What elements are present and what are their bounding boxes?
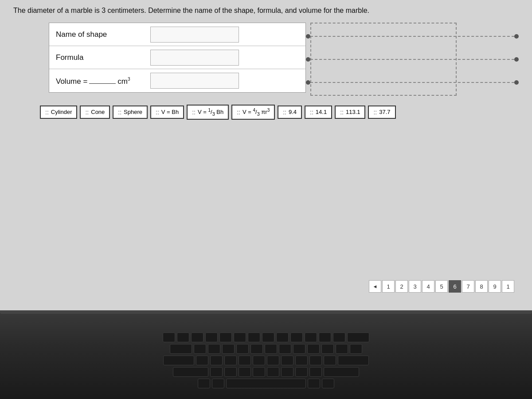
page-1[interactable]: 1: [382, 280, 395, 293]
key[interactable]: [276, 332, 289, 342]
formula-row: Formula: [49, 46, 305, 69]
key[interactable]: [208, 344, 220, 354]
key[interactable]: [350, 344, 362, 354]
key[interactable]: [262, 332, 274, 342]
key[interactable]: [194, 344, 206, 354]
key[interactable]: [295, 367, 308, 377]
formula-label: Formula: [49, 50, 147, 66]
btn-14-1[interactable]: :: 14.1: [305, 106, 332, 119]
volume-answer-box[interactable]: [150, 73, 239, 89]
page-4[interactable]: 4: [422, 280, 434, 293]
key[interactable]: [210, 356, 223, 365]
key-shift-r[interactable]: [324, 367, 359, 377]
key-ctrl-r[interactable]: [322, 379, 334, 388]
key-row-3: [163, 356, 369, 365]
page-3[interactable]: 3: [409, 280, 421, 293]
page-5[interactable]: 5: [435, 280, 448, 293]
page-10[interactable]: 1: [502, 280, 514, 293]
key[interactable]: [239, 367, 251, 377]
key-caps[interactable]: [163, 356, 194, 365]
key[interactable]: [234, 332, 246, 342]
page-2[interactable]: 2: [395, 280, 408, 293]
key-enter[interactable]: [338, 356, 369, 365]
key[interactable]: [236, 344, 249, 354]
key[interactable]: [336, 344, 348, 354]
key[interactable]: [253, 356, 265, 365]
page-9[interactable]: 9: [489, 280, 501, 293]
key[interactable]: [324, 356, 336, 365]
volume-label-cell: Volume = cm3: [49, 72, 147, 90]
volume-blank: [89, 76, 116, 84]
volume-prefix: Volume =: [56, 77, 87, 86]
key[interactable]: [224, 367, 237, 377]
key[interactable]: [319, 332, 331, 342]
name-of-shape-label: Name of shape: [49, 27, 147, 43]
btn-v-bh[interactable]: :: V = Bh: [150, 106, 184, 119]
key[interactable]: [205, 332, 218, 342]
key-alt-r[interactable]: [308, 379, 320, 388]
instruction-text: The diameter of a marble is 3 centimeter…: [13, 7, 519, 15]
key-ctrl[interactable]: [198, 379, 210, 388]
key[interactable]: [210, 367, 223, 377]
key[interactable]: [295, 356, 308, 365]
key[interactable]: [267, 367, 279, 377]
key[interactable]: [219, 332, 232, 342]
page-7[interactable]: 7: [462, 280, 474, 293]
key[interactable]: [333, 332, 345, 342]
key[interactable]: [196, 356, 208, 365]
key-shift-l[interactable]: [173, 367, 208, 377]
btn-v-1-3-bh[interactable]: :: V = 1/3 Bh: [187, 105, 229, 120]
btn-v-4-3-pi-r3[interactable]: :: V = 4/3 πr3: [231, 105, 275, 120]
key[interactable]: [239, 356, 251, 365]
volume-unit: cm3: [117, 77, 130, 86]
key[interactable]: [293, 344, 305, 354]
btn-sphere[interactable]: :: Sphere: [113, 106, 148, 119]
key[interactable]: [267, 356, 279, 365]
key[interactable]: [177, 332, 189, 342]
key[interactable]: [163, 332, 175, 342]
drag-buttons-row: :: Cylinder :: Cone :: Sphere :: V = Bh …: [40, 105, 519, 120]
key[interactable]: [250, 344, 263, 354]
key[interactable]: [321, 344, 334, 354]
page-8[interactable]: 8: [475, 280, 488, 293]
key[interactable]: [290, 332, 303, 342]
key-row-5: [198, 379, 334, 388]
key[interactable]: [222, 344, 235, 354]
name-of-shape-input-cell: [147, 25, 305, 44]
key[interactable]: [281, 367, 293, 377]
key-row-1: [163, 332, 369, 342]
key[interactable]: [248, 332, 260, 342]
key-backspace[interactable]: [347, 332, 369, 342]
key-space[interactable]: [226, 379, 306, 388]
key[interactable]: [253, 367, 265, 377]
key[interactable]: [279, 344, 291, 354]
laptop-bottom: [0, 310, 532, 399]
formula-input-cell: [147, 48, 305, 67]
answer-table: Name of shape Formula: [49, 23, 306, 93]
key-row-4: [173, 367, 359, 377]
btn-9-4[interactable]: :: 9.4: [278, 106, 302, 119]
key[interactable]: [307, 344, 320, 354]
key[interactable]: [305, 332, 317, 342]
page-6[interactable]: 6: [449, 280, 461, 293]
volume-input-cell: [147, 71, 305, 90]
btn-cone[interactable]: :: Cone: [80, 106, 110, 119]
key[interactable]: [265, 344, 277, 354]
key-row-2: [170, 344, 362, 354]
btn-cylinder[interactable]: :: Cylinder: [40, 106, 77, 119]
key[interactable]: [309, 356, 322, 365]
btn-113-1[interactable]: :: 113.1: [335, 106, 365, 119]
key[interactable]: [309, 367, 322, 377]
keyboard: [0, 328, 532, 399]
pagination: ◄ 1 2 3 4 5 6 7 8 9 1: [369, 280, 514, 293]
key-alt[interactable]: [212, 379, 224, 388]
name-of-shape-row: Name of shape: [49, 23, 305, 46]
name-of-shape-answer-box[interactable]: [150, 27, 239, 43]
formula-answer-box[interactable]: [150, 50, 239, 66]
key[interactable]: [191, 332, 203, 342]
key[interactable]: [281, 356, 293, 365]
btn-37-7[interactable]: :: 37.7: [368, 106, 395, 119]
key-tab[interactable]: [170, 344, 192, 354]
pagination-prev[interactable]: ◄: [369, 280, 381, 293]
key[interactable]: [224, 356, 237, 365]
